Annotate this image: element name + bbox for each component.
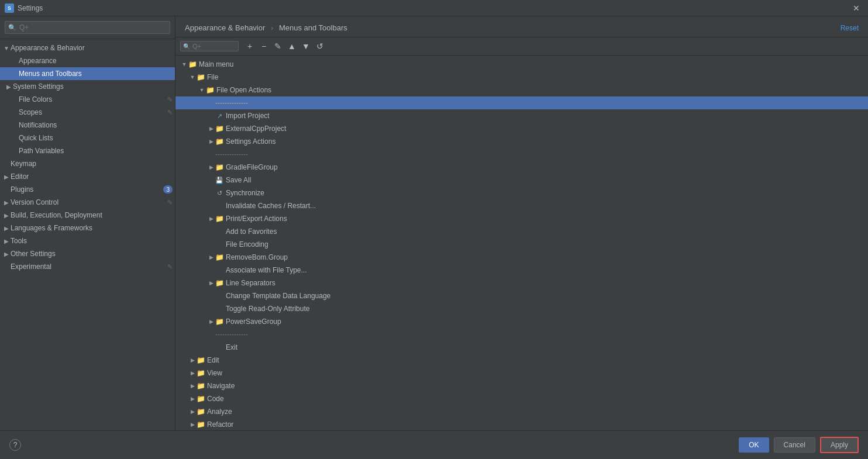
arrow-icon	[2, 160, 11, 168]
menu-item-file-encoding[interactable]: File Encoding	[175, 238, 868, 251]
menu-item-toggle-readonly[interactable]: Toggle Read-Only Attribute	[175, 302, 868, 315]
sidebar-search-input[interactable]	[5, 21, 170, 34]
menu-item-line-sep[interactable]: 📁 Line Separators	[175, 277, 868, 289]
folder-icon: 📁	[215, 163, 223, 171]
menu-item-file-open-actions[interactable]: 📁 File Open Actions	[175, 84, 868, 96]
sidebar-item-appearance[interactable]: Appearance	[0, 54, 175, 67]
menu-item-separator2[interactable]: --------------	[175, 148, 868, 161]
sidebar-tree: Appearance & Behavior Appearance Menus a…	[0, 39, 175, 430]
folder-icon: 📁	[188, 60, 197, 68]
folder-icon: 📁	[206, 86, 214, 94]
arrow-icon	[11, 95, 19, 103]
restore-button[interactable]: ↺	[314, 40, 326, 53]
sidebar-item-plugins[interactable]: Plugins 3	[0, 183, 175, 196]
menu-item-change-template[interactable]: Change Template Data Language	[175, 289, 868, 302]
sidebar-item-file-colors[interactable]: File Colors ✎	[0, 93, 175, 106]
edit-button[interactable]: ✎	[271, 40, 284, 53]
menu-item-edit[interactable]: 📁 Edit	[175, 354, 868, 367]
menu-item-view[interactable]: 📁 View	[175, 367, 868, 379]
menu-item-separator1[interactable]: --------------	[175, 96, 868, 109]
expand-arrow	[188, 420, 197, 429]
expand-arrow	[207, 125, 215, 133]
expand-arrow	[198, 86, 206, 94]
menu-item-file[interactable]: 📁 File	[175, 71, 868, 84]
window-title: Settings	[18, 4, 43, 12]
menu-item-settings-actions[interactable]: 📁 Settings Actions	[175, 135, 868, 148]
menu-item-gradle[interactable]: 📁 GradleFileGroup	[175, 161, 868, 174]
sidebar-item-scopes[interactable]: Scopes ✎	[0, 106, 175, 119]
menu-item-invalidate-caches[interactable]: Invalidate Caches / Restart...	[175, 199, 868, 212]
sidebar-item-appearance-behavior[interactable]: Appearance & Behavior	[0, 42, 175, 54]
menu-item-navigate[interactable]: 📁 Navigate	[175, 379, 868, 392]
menu-item-analyze[interactable]: 📁 Analyze	[175, 405, 868, 418]
sidebar: 🔍 Appearance & Behavior Appearance Menus…	[0, 16, 175, 430]
sidebar-item-other-settings[interactable]: Other Settings	[0, 247, 175, 260]
folder-icon: 📁	[215, 279, 223, 287]
breadcrumb-separator: ›	[271, 23, 273, 32]
expand-arrow	[207, 163, 215, 171]
ok-button[interactable]: OK	[739, 437, 769, 453]
folder-icon: 📁	[197, 369, 205, 377]
sidebar-item-editor[interactable]: Editor	[0, 170, 175, 183]
menu-item-ext-cpp[interactable]: 📁 ExternalCppProject	[175, 122, 868, 135]
menu-item-synchronize[interactable]: ↺ Synchronize	[175, 187, 868, 199]
menu-item-refactor[interactable]: 📁 Refactor	[175, 418, 868, 430]
arrow-icon	[2, 263, 11, 271]
no-icon	[215, 305, 223, 313]
expand-arrow	[188, 382, 197, 390]
sidebar-item-build-exec[interactable]: Build, Execution, Deployment	[0, 209, 175, 222]
no-arrow	[207, 292, 215, 300]
no-arrow	[207, 202, 215, 210]
menu-item-add-favorites[interactable]: Add to Favorites	[175, 225, 868, 238]
help-button[interactable]: ?	[9, 439, 21, 451]
arrow-icon	[2, 198, 11, 206]
sidebar-item-notifications[interactable]: Notifications	[0, 119, 175, 132]
content-panel: Appearance & Behavior › Menus and Toolba…	[175, 16, 868, 430]
add-button[interactable]: +	[243, 40, 256, 53]
menu-item-removebom[interactable]: 📁 RemoveBom.Group	[175, 251, 868, 264]
arrow-icon	[11, 108, 19, 116]
arrow-icon	[2, 185, 11, 194]
no-arrow	[207, 189, 215, 197]
menu-item-import-project[interactable]: ↗ Import Project	[175, 109, 868, 122]
sidebar-item-path-variables[interactable]: Path Variables	[0, 144, 175, 157]
sidebar-item-keymap[interactable]: Keymap	[0, 157, 175, 170]
move-up-button[interactable]: ▲	[285, 40, 298, 53]
no-arrow	[207, 150, 215, 158]
folder-icon: 📁	[197, 356, 205, 364]
menu-item-main-menu[interactable]: 📁 Main menu	[175, 58, 868, 71]
menu-item-powersave[interactable]: 📁 PowerSaveGroup	[175, 315, 868, 328]
arrow-icon	[11, 134, 19, 142]
folder-icon: 📁	[215, 125, 223, 133]
no-icon	[215, 343, 223, 351]
menu-item-separator3[interactable]: --------------	[175, 328, 868, 341]
folder-icon: 📁	[197, 382, 205, 390]
sidebar-item-version-control[interactable]: Version Control ✎	[0, 196, 175, 209]
reset-button[interactable]: Reset	[841, 24, 859, 32]
no-arrow	[207, 240, 215, 249]
breadcrumb: Appearance & Behavior › Menus and Toolba…	[185, 23, 347, 32]
remove-button[interactable]: −	[257, 40, 270, 53]
no-icon	[215, 227, 223, 236]
sidebar-item-quick-lists[interactable]: Quick Lists	[0, 132, 175, 144]
close-button[interactable]: ✕	[849, 2, 863, 14]
menu-item-assoc-file[interactable]: Associate with File Type...	[175, 264, 868, 277]
menu-item-print-export[interactable]: 📁 Print/Export Actions	[175, 212, 868, 225]
sidebar-item-tools[interactable]: Tools	[0, 234, 175, 247]
expand-arrow	[207, 137, 215, 146]
menu-item-save-all[interactable]: 💾 Save All	[175, 174, 868, 187]
sidebar-item-languages[interactable]: Languages & Frameworks	[0, 222, 175, 234]
settings-window: S Settings ✕ 🔍 Appearance & Behavior	[0, 0, 868, 459]
apply-button[interactable]: Apply	[820, 437, 859, 453]
folder-icon: 📁	[215, 215, 223, 223]
menu-item-code[interactable]: 📁 Code	[175, 392, 868, 405]
move-down-button[interactable]: ▼	[299, 40, 312, 53]
sidebar-item-experimental[interactable]: Experimental ✎	[0, 260, 175, 273]
cancel-button[interactable]: Cancel	[774, 437, 815, 453]
menu-item-exit[interactable]: Exit	[175, 341, 868, 354]
sidebar-item-menus-toolbars[interactable]: Menus and Toolbars	[0, 67, 175, 80]
toolbar-search-area: 🔍	[180, 41, 239, 51]
no-arrow	[207, 176, 215, 184]
arrow-icon	[11, 147, 19, 155]
sidebar-item-system-settings[interactable]: System Settings	[0, 80, 175, 93]
